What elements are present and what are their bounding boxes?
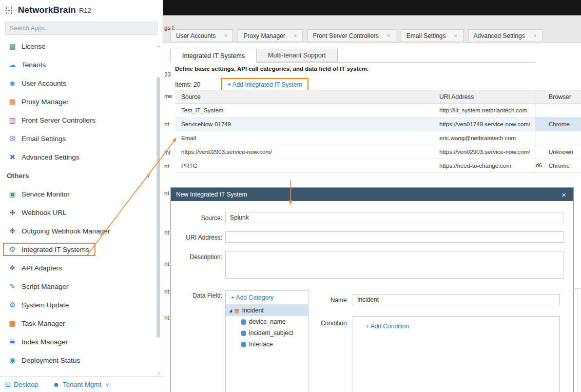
name-label: Name: [309, 294, 348, 306]
cell-browser: Chrome [535, 117, 581, 131]
search-input[interactable] [6, 22, 157, 34]
dialog-header[interactable]: New Integrated IT System × [171, 188, 573, 201]
tree-node-device-name[interactable]: device_name [226, 316, 308, 327]
tenant-mgmt-link[interactable]: Tenant Mgmt [63, 381, 101, 388]
netbrain-logo: NetworkBrain [18, 5, 76, 15]
sidebar-item-task-manager[interactable]: ▦ Task Manager [0, 314, 163, 332]
table-row[interactable]: Email eric.wang@netbraintech.com [175, 131, 535, 145]
sidebar-header: NetworkBrain R12 [0, 0, 163, 17]
sidebar-item-label: Deployment Status [22, 357, 80, 364]
close-icon[interactable]: × [294, 33, 297, 39]
cell-uri: https://ven01749.service-now.com/ [433, 121, 535, 127]
scroll-down-icon[interactable]: ▾ [156, 371, 161, 376]
column-header-source[interactable]: Source [175, 93, 433, 101]
table-row[interactable]: https://ven02903.service-now.com/ https:… [175, 145, 535, 159]
occluded-panel-edge [577, 287, 577, 392]
close-icon[interactable]: × [533, 33, 537, 39]
sidebar-item-api-adapters[interactable]: ❖ API Adapters [0, 259, 163, 277]
cell-uri: eric.wang@netbraintech.com [433, 135, 535, 141]
tree-node-incident[interactable]: ◢ ▦ Incident [226, 305, 308, 316]
tab-integrated-it-systems[interactable]: Integrated IT Systems [170, 49, 257, 63]
sidebar-item-service-monitor[interactable]: ▣ Service Monitor [0, 185, 163, 203]
data-field-icon [241, 342, 246, 347]
tools-icon: ✖ [7, 153, 18, 161]
others-label: Others [7, 172, 29, 180]
tab-email-settings[interactable]: Email Settings × [401, 29, 463, 42]
tab-multi-tenant-support[interactable]: Multi-tenant Support [257, 49, 338, 62]
tab-front-server-controllers[interactable]: Front Server Controllers × [307, 29, 396, 42]
table-row[interactable]: ServiceNow-01749 https://ven01749.servic… [175, 117, 535, 131]
release-label: R12 [79, 7, 91, 14]
tree-expand-icon[interactable]: ◢ [229, 308, 232, 313]
cell-source: Test_IT_System [175, 107, 433, 113]
cell-source: PRTG [175, 163, 433, 169]
table-row[interactable]: PRTG https://need-to-change.com [175, 159, 535, 173]
server-icon: ▥ [7, 116, 18, 124]
cell-uri: https://ven02903.service-now.com/ [433, 149, 535, 155]
cell-source: https://ven02903.service-now.com/ [175, 149, 433, 155]
cell-source: ServiceNow-01749 [175, 121, 433, 127]
tab-advanced-settings[interactable]: Advanced Settings × [468, 29, 543, 42]
sidebar-item-system-update[interactable]: ⚙ System Update [0, 296, 163, 314]
data-field-icon [241, 319, 246, 325]
close-icon[interactable]: × [454, 33, 458, 39]
category-name-input[interactable] [353, 294, 560, 305]
uri-address-input[interactable] [225, 231, 564, 243]
cell-source: Email [175, 135, 433, 141]
data-field-icon [241, 330, 246, 336]
app-grid-icon[interactable] [5, 7, 13, 14]
panel-description: Define basic settings, API call categori… [175, 66, 369, 72]
table-row[interactable]: Test_IT_System http://iit_system.netbria… [175, 104, 535, 117]
sidebar-scrollbar[interactable]: ▴ ▾ [156, 44, 161, 376]
proxy-icon: ▦ [7, 97, 18, 106]
sidebar-item-label: Email Settings [22, 135, 66, 143]
scrollbar-thumb[interactable] [157, 77, 160, 338]
sidebar-item-webhook-url[interactable]: ❉ Webhook URL [0, 203, 163, 222]
scroll-up-icon[interactable]: ▴ [156, 44, 161, 48]
close-icon[interactable]: × [387, 33, 391, 39]
sidebar-item-script-manager[interactable]: ✎ Script Manager [0, 277, 163, 296]
sidebar-item-label: Script Manager [22, 283, 69, 290]
column-header-uri[interactable]: URI Address [433, 93, 535, 101]
sidebar-item-email-settings[interactable]: ✉ Email Settings [0, 129, 163, 148]
tab-proxy-manager[interactable]: Proxy Manager × [238, 29, 302, 42]
sidebar-item-label: Front Server Controllers [22, 116, 95, 124]
sidebar-item-front-server-controllers[interactable]: ▥ Front Server Controllers [0, 111, 163, 129]
tree-node-interface[interactable]: Interface [226, 339, 308, 350]
close-icon[interactable]: × [224, 33, 227, 39]
highlight-outline: ⚙ Integrated IT Systems [3, 243, 95, 256]
sidebar-item-license[interactable]: ▤ License [0, 37, 163, 55]
sidebar-item-label: Webhook URL [22, 209, 67, 217]
tree-node-incident-subject[interactable]: incident_subject [226, 327, 308, 339]
tenant-icon: ☻ [53, 381, 60, 388]
tab-user-accounts[interactable]: User Accounts × [170, 29, 233, 42]
occluded-text-fragment: nt [164, 229, 169, 236]
sidebar-item-label: System Update [22, 301, 69, 309]
add-category-link[interactable]: + Add Category [226, 291, 308, 305]
cell-browser [535, 131, 581, 145]
monitor-icon: ▣ [7, 190, 18, 198]
sidebar-item-index-manager[interactable]: ≣ Index Manager [0, 332, 163, 351]
sidebar-item-advanced-settings[interactable]: ✖ Advanced Settings [0, 148, 163, 166]
close-icon[interactable]: × [559, 191, 568, 199]
desktop-link[interactable]: Desktop [14, 381, 38, 388]
adapter-icon: ❖ [7, 264, 18, 272]
search-box [5, 22, 158, 35]
desktop-icon: ⊡ [5, 381, 11, 388]
cell-browser [535, 104, 581, 117]
items-count: Items: 20 [175, 81, 221, 88]
sidebar-item-deployment-status[interactable]: ◉ Deployment Status [0, 351, 163, 369]
sidebar-item-label: Index Manager [22, 338, 68, 346]
add-condition-link[interactable]: + Add Condition [353, 317, 559, 330]
condition-label: Condition: [309, 317, 348, 329]
sidebar-item-label: Tenants [22, 61, 46, 69]
others-section-header[interactable]: Others ∨ [0, 166, 163, 185]
source-input[interactable] [225, 212, 564, 223]
sidebar-item-user-accounts[interactable]: ☻ User Accounts [0, 74, 163, 92]
sidebar-item-proxy-manager[interactable]: ▦ Proxy Manager [0, 92, 163, 111]
sidebar-item-outgoing-webhook-manager[interactable]: ❉ Outgoing Webhook Manager [0, 222, 163, 240]
gear-icon: ⚙ [7, 301, 18, 309]
description-textarea[interactable] [225, 251, 564, 279]
sidebar-item-integrated-it-systems[interactable]: ⚙ Integrated IT Systems [0, 240, 163, 259]
sidebar-item-tenants[interactable]: ☁ Tenants [0, 55, 163, 74]
